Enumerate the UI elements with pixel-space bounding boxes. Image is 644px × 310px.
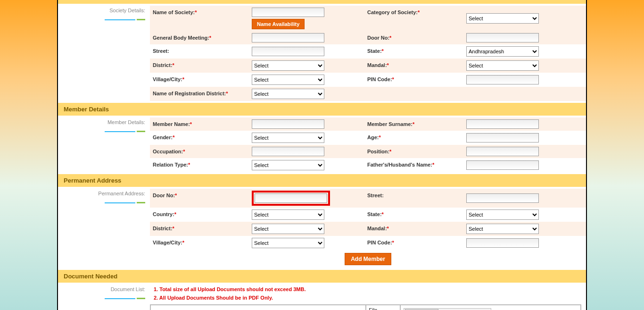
input-gbm[interactable]	[252, 33, 324, 42]
document-fields: 1. Total size of all Upload Documents sh…	[150, 283, 586, 310]
input-pin[interactable]	[466, 75, 539, 84]
label-society-name: Name of Society:*	[150, 6, 249, 31]
perm-fields: Door No:* Street: Country:* Select State…	[150, 187, 586, 270]
divider-icon	[58, 16, 145, 21]
row-society-name: Name of Society:* Name Availability Cate…	[150, 6, 586, 31]
table-row: Meeseva Application Form: File Browse: C…	[150, 305, 581, 310]
input-perm-door[interactable]	[255, 193, 327, 203]
name-availability-button[interactable]: Name Availability	[252, 19, 305, 29]
input-door[interactable]	[466, 33, 539, 42]
row-relation: Relation Type:* Select Father's/Husband'…	[150, 158, 586, 172]
label-village: Village/City:*	[150, 73, 249, 87]
label-perm-mandal: Mandal:*	[364, 222, 463, 236]
file-browse-label: File Browse:	[366, 305, 400, 310]
label-perm-pin: PIN Code:*	[364, 236, 463, 250]
label-perm-village: Village/City:*	[150, 236, 249, 250]
select-mandal[interactable]: Select	[466, 60, 539, 71]
document-table: Meeseva Application Form: File Browse: C…	[150, 304, 581, 310]
label-state: State:*	[364, 44, 463, 59]
add-member-button[interactable]: Add Member	[345, 253, 391, 265]
row-perm-country: Country:* Select State:* Select	[150, 208, 586, 222]
permanent-address-header: Permanent Address	[58, 174, 586, 187]
select-perm-country[interactable]: Select	[252, 209, 324, 220]
doc-warning-2: 2. All Upload Documents Should be in PDF…	[150, 293, 581, 302]
input-perm-street[interactable]	[466, 193, 539, 203]
label-perm-country: Country:*	[150, 208, 249, 222]
select-category[interactable]: Select	[466, 13, 539, 24]
row-member-name: Member Name:* Member Surname:*	[150, 117, 586, 131]
select-relation[interactable]: Select	[252, 160, 324, 170]
member-details-header: Member Details	[58, 103, 586, 116]
document-list-label: Document List:	[111, 286, 145, 293]
divider-icon	[58, 294, 145, 300]
input-member-name[interactable]	[252, 119, 324, 129]
label-perm-door: Door No:*	[150, 189, 249, 208]
top-accent-bar	[58, 0, 586, 4]
label-occupation: Occupation:*	[150, 145, 249, 158]
highlight-box	[252, 191, 330, 206]
society-details-label: Society Details:	[109, 8, 145, 15]
row-street: Street: State:* Andhrapradesh	[150, 44, 586, 59]
divider-icon	[58, 199, 145, 204]
label-perm-district: District:*	[150, 222, 249, 236]
input-street[interactable]	[252, 47, 324, 56]
label-perm-street: Street:	[364, 189, 463, 208]
input-fh-name[interactable]	[466, 160, 539, 170]
row-occupation: Occupation:* Position:*	[150, 145, 586, 158]
label-member-name: Member Name:*	[150, 117, 249, 131]
member-fields: Member Name:* Member Surname:* Gender:* …	[150, 116, 586, 174]
label-relation: Relation Type:*	[150, 158, 249, 172]
document-needed-header: Document Needed	[58, 270, 586, 283]
row-village: Village/City:* Select PIN Code:*	[150, 73, 586, 87]
select-perm-mandal[interactable]: Select	[466, 224, 539, 234]
row-add-member: Add Member	[150, 250, 586, 268]
row-gender: Gender:* Select Age:*	[150, 131, 586, 145]
permanent-address-block: Permanent Address: Door No:* Street: Cou…	[58, 187, 586, 270]
select-gender[interactable]: Select	[252, 133, 324, 143]
row-regdist: Name of Registration District:* Select	[150, 87, 586, 101]
row-perm-village: Village/City:* Select PIN Code:*	[150, 236, 586, 250]
select-perm-village[interactable]: Select	[252, 238, 324, 248]
select-perm-district[interactable]: Select	[252, 224, 324, 234]
permanent-address-label: Permanent Address:	[98, 191, 145, 198]
member-details-label: Member Details:	[107, 119, 145, 126]
label-member-surname: Member Surname:*	[364, 117, 463, 131]
member-details-block: Member Details: Member Name:* Member Sur…	[58, 116, 586, 174]
input-society-name[interactable]	[252, 8, 324, 17]
row-perm-door: Door No:* Street:	[150, 189, 586, 208]
select-regdist[interactable]: Select	[252, 89, 324, 99]
label-mandal: Mandal:*	[364, 59, 463, 73]
row-district: District:* Select Mandal:* Select	[150, 59, 586, 73]
label-fh-name: Father's/Husband's Name:*	[364, 158, 463, 172]
label-position: Position:*	[364, 145, 463, 158]
label-street: Street:	[150, 44, 249, 59]
label-pin: PIN Code:*	[364, 73, 463, 87]
form-container: Society Details: Name of Society:* Name …	[57, 0, 587, 310]
label-gbm: General Body Meeting:*	[150, 31, 249, 44]
society-details-block: Society Details: Name of Society:* Name …	[58, 4, 586, 103]
member-details-sidebar: Member Details:	[58, 116, 150, 174]
select-state[interactable]: Andhrapradesh	[466, 46, 539, 57]
permanent-address-sidebar: Permanent Address:	[58, 187, 150, 270]
row-gbm: General Body Meeting:* Door No:*	[150, 31, 586, 44]
select-village[interactable]: Select	[252, 75, 324, 85]
label-perm-state: State:*	[364, 208, 463, 222]
doc-warning-1: 1. Total size of all Upload Documents sh…	[150, 285, 581, 293]
divider-icon	[58, 127, 145, 133]
input-age[interactable]	[466, 133, 539, 142]
label-district: District:*	[150, 59, 249, 73]
select-perm-state[interactable]: Select	[466, 209, 539, 220]
document-list-sidebar: Document List:	[58, 283, 150, 310]
society-fields: Name of Society:* Name Availability Cate…	[150, 4, 586, 103]
input-occupation[interactable]	[252, 147, 324, 156]
document-block: Document List: 1. Total size of all Uplo…	[58, 283, 586, 310]
society-details-sidebar: Society Details:	[58, 4, 150, 103]
label-age: Age:*	[364, 131, 463, 145]
input-position[interactable]	[466, 147, 539, 156]
label-door: Door No:*	[364, 31, 463, 44]
input-member-surname[interactable]	[466, 119, 539, 129]
label-regdist: Name of Registration District:*	[150, 87, 249, 101]
row-perm-district: District:* Select Mandal:* Select	[150, 222, 586, 236]
input-perm-pin[interactable]	[466, 238, 539, 248]
select-district[interactable]: Select	[252, 60, 324, 71]
